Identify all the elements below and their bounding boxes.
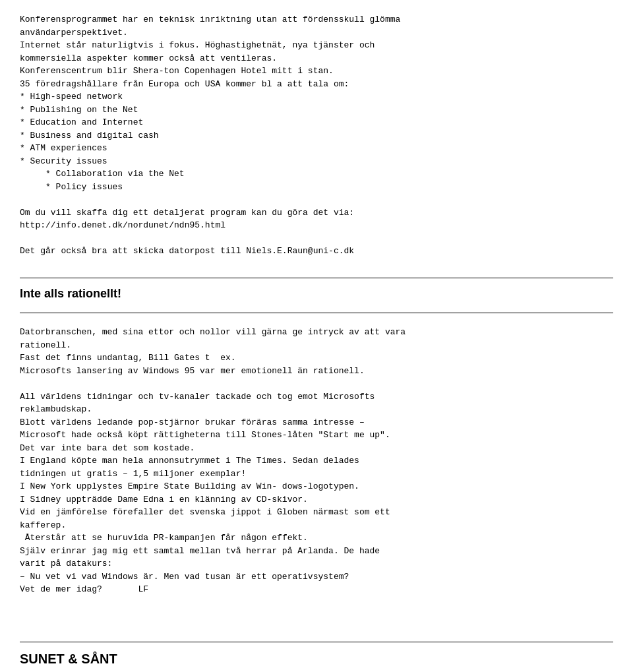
- divider-1: [20, 278, 613, 278]
- section-rationellt: Inte alls rationellt! Datorbranschen, me…: [20, 285, 613, 596]
- section-sunet: SUNET & SÅNT Min tandläkare är på bettet…: [20, 649, 613, 672]
- divider-2: [20, 642, 613, 642]
- konferens-content: Konferensprogrammet har en teknisk inrik…: [20, 13, 613, 258]
- rationellt-title: Inte alls rationellt!: [20, 285, 613, 303]
- section-konferens: Konferensprogrammet har en teknisk inrik…: [20, 13, 613, 258]
- sunet-title: SUNET & SÅNT: [20, 649, 613, 669]
- page-container: Konferensprogrammet har en teknisk inrik…: [20, 13, 613, 672]
- divider-under-title-1: [20, 313, 613, 313]
- rationellt-content: Datorbranschen, med sina ettor och nollo…: [20, 326, 613, 596]
